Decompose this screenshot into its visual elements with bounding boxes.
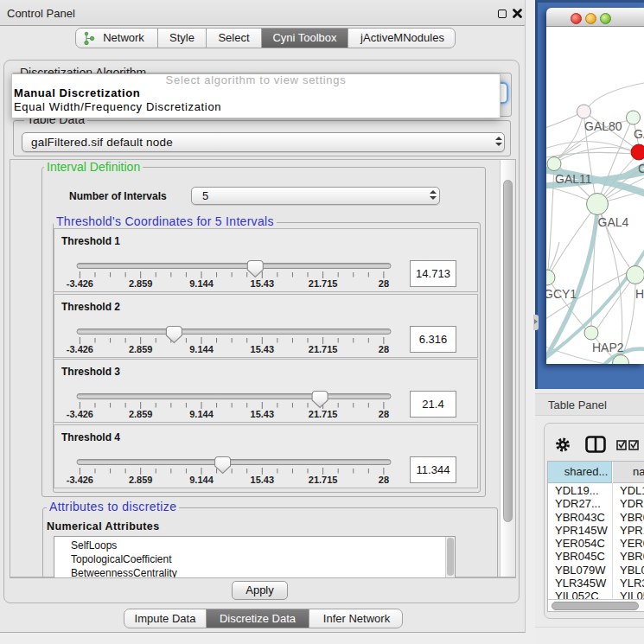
- svg-text:GCY1: GCY1: [546, 287, 577, 301]
- svg-text:-3.426: -3.426: [67, 475, 93, 485]
- svg-text:GAL4: GAL4: [598, 215, 629, 229]
- svg-text:21.715: 21.715: [309, 278, 338, 289]
- svg-text:2.859: 2.859: [129, 409, 153, 419]
- svg-text:9.144: 9.144: [189, 278, 214, 289]
- svg-text:15.43: 15.43: [251, 344, 275, 354]
- svg-text:2.859: 2.859: [129, 278, 153, 289]
- svg-text:GAL11: GAL11: [555, 172, 592, 186]
- svg-text:28: 28: [379, 278, 389, 289]
- svg-text:9.144: 9.144: [189, 409, 214, 419]
- svg-text:15.43: 15.43: [251, 475, 275, 485]
- svg-text:CRP1: CRP1: [638, 162, 644, 175]
- svg-text:-3.426: -3.426: [67, 409, 93, 419]
- svg-text:2.859: 2.859: [129, 475, 153, 485]
- svg-text:21.715: 21.715: [309, 475, 338, 485]
- svg-text:15.43: 15.43: [251, 409, 275, 419]
- svg-text:28: 28: [379, 344, 389, 354]
- svg-text:15.43: 15.43: [251, 278, 275, 289]
- svg-text:21.715: 21.715: [309, 344, 338, 354]
- svg-text:28: 28: [379, 409, 389, 419]
- svg-text:9.144: 9.144: [189, 344, 214, 354]
- svg-text:GAL80: GAL80: [584, 119, 622, 133]
- svg-text:-3.426: -3.426: [67, 344, 93, 354]
- svg-text:GAL2: GAL2: [634, 127, 644, 141]
- svg-text:HAP2: HAP2: [592, 341, 624, 354]
- svg-text:28: 28: [379, 475, 389, 485]
- svg-text:HIS4: HIS4: [635, 287, 644, 301]
- svg-text:21.715: 21.715: [309, 409, 338, 419]
- svg-text:2.859: 2.859: [129, 344, 153, 354]
- svg-text:-3.426: -3.426: [67, 278, 93, 289]
- svg-text:9.144: 9.144: [189, 475, 214, 485]
